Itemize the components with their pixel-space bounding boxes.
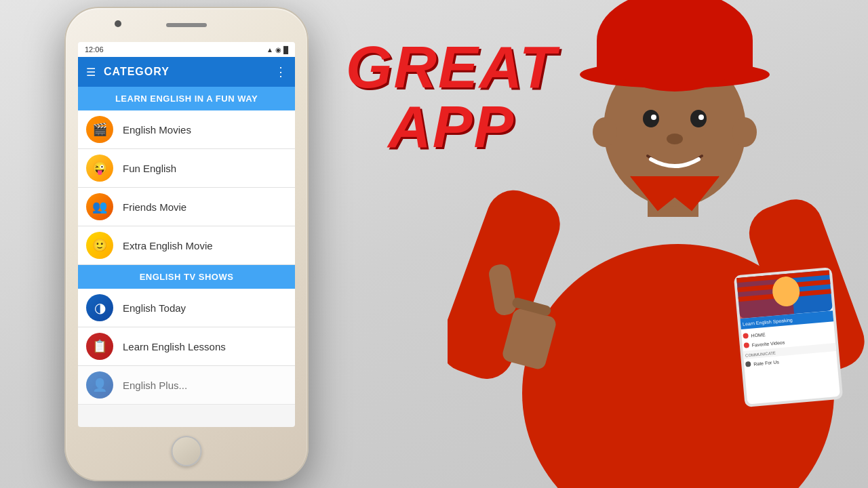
wifi-icon: ◉ — [275, 46, 281, 54]
english-movies-label: English Movies — [123, 124, 191, 136]
app-bar: ☰ CATEGORY ⋮ — [78, 57, 295, 87]
list-item-learn-english-lessons[interactable]: 📋 Learn English Lessons — [78, 327, 295, 366]
learn-english-lessons-label: Learn English Lessons — [123, 341, 226, 352]
app-bar-title: CATEGORY — [104, 66, 267, 78]
person-illustration: Learn English Speaking HOME Favorite Vid… — [448, 0, 854, 488]
svg-point-6 — [732, 117, 757, 147]
learn-english-lessons-icon: 📋 — [86, 333, 113, 360]
list-item-english-today[interactable]: ◑ English Today — [78, 289, 295, 327]
svg-point-13 — [698, 115, 704, 120]
phone-screen: 12:06 ▲ ◉ █ ☰ CATEGORY ⋮ LEARN ENGLISH I… — [78, 42, 295, 427]
battery-icon: █ — [283, 46, 288, 54]
fun-english-icon: 😜 — [86, 155, 113, 182]
fun-english-label: Fun English — [123, 163, 176, 174]
status-icons: ▲ ◉ █ — [267, 46, 288, 54]
extra-english-movie-icon: 🙂 — [86, 232, 113, 259]
english-today-icon: ◑ — [86, 294, 113, 321]
english-movies-icon: 🎬 — [86, 116, 113, 143]
svg-point-10 — [643, 110, 659, 127]
phone-device: 12:06 ▲ ◉ █ ☰ CATEGORY ⋮ LEARN ENGLISH I… — [64, 7, 309, 481]
phone-camera — [115, 20, 121, 27]
english-plus-label: English Plus... — [123, 380, 187, 391]
list-item-english-movies[interactable]: 🎬 English Movies — [78, 110, 295, 149]
list-item-english-plus[interactable]: 👤 English Plus... — [78, 366, 295, 405]
english-today-label: English Today — [123, 302, 186, 314]
status-time: 12:06 — [85, 45, 104, 54]
svg-point-11 — [690, 110, 707, 127]
friends-movie-icon: 👥 — [86, 193, 113, 220]
friends-movie-label: Friends Movie — [123, 201, 186, 213]
svg-rect-9 — [597, 41, 753, 78]
phone-speaker — [166, 23, 207, 27]
svg-point-12 — [651, 115, 656, 120]
status-bar: 12:06 ▲ ◉ █ — [78, 42, 295, 57]
section-header-tv-shows: ENGLISH TV SHOWS — [78, 265, 295, 289]
hamburger-menu-icon[interactable]: ☰ — [86, 66, 96, 79]
person-svg: Learn English Speaking HOME Favorite Vid… — [448, 0, 868, 488]
signal-icon: ▲ — [267, 46, 273, 54]
english-plus-icon: 👤 — [86, 371, 113, 399]
phone-body: 12:06 ▲ ◉ █ ☰ CATEGORY ⋮ LEARN ENGLISH I… — [64, 7, 309, 481]
list-item-fun-english[interactable]: 😜 Fun English — [78, 149, 295, 188]
extra-english-movie-label: Extra English Movie — [123, 240, 213, 251]
svg-point-5 — [593, 117, 617, 147]
list-item-extra-english-movie[interactable]: 🙂 Extra English Movie — [78, 226, 295, 265]
svg-point-14 — [667, 134, 683, 144]
list-item-friends-movie[interactable]: 👥 Friends Movie — [78, 188, 295, 226]
phone-home-button[interactable] — [172, 436, 202, 466]
more-options-icon[interactable]: ⋮ — [275, 64, 287, 79]
section-header-learn: LEARN ENGLISH IN A FUN WAY — [78, 87, 295, 110]
